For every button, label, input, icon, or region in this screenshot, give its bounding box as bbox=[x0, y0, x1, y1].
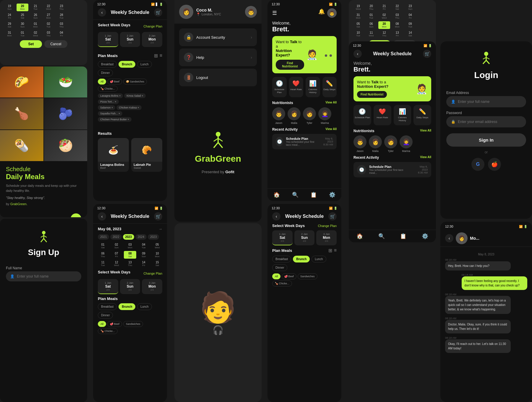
cal-cell[interactable]: 09Sun bbox=[137, 251, 150, 259]
nav-settings-3[interactable]: ⚙️ bbox=[422, 233, 428, 239]
cal-cell[interactable]: 30Sun bbox=[17, 21, 28, 29]
filter-sandwiches[interactable]: 🥪 Sandwiches bbox=[123, 79, 147, 85]
tag-lasagna[interactable]: Lasagna Bolins × bbox=[98, 93, 123, 98]
view-all-nutritionists[interactable]: View All bbox=[325, 101, 337, 105]
cal-cell[interactable]: 12Wed bbox=[110, 260, 123, 268]
cal-cell[interactable]: 11Tue bbox=[97, 260, 109, 268]
forward-icon[interactable]: → bbox=[158, 227, 162, 231]
day-sun-2[interactable]: 2 Jan Sun 2/3 bbox=[120, 279, 140, 294]
nutritionist-marina[interactable]: 👩‍🦱 Marina bbox=[318, 107, 331, 124]
cal-cell[interactable]: 14Sat bbox=[404, 30, 416, 38]
schedule-plan-btn-3[interactable]: 🕐 Schedule Plan bbox=[353, 105, 371, 125]
cal-cell[interactable]: 20Thu bbox=[365, 4, 377, 11]
filter-chicken[interactable]: 🍗 Chicke... bbox=[98, 86, 118, 92]
change-plan-home2[interactable]: Change Plan bbox=[318, 224, 337, 228]
cal-cell[interactable]: 08Mon bbox=[391, 21, 403, 29]
password-input-wrapper[interactable]: 🔒 bbox=[446, 116, 526, 127]
nutritionist-malia-3[interactable]: 👩 Malia bbox=[369, 135, 382, 153]
cal-cell[interactable]: 15Sat bbox=[151, 260, 163, 268]
cal-cell[interactable]: 22Wed bbox=[43, 4, 54, 11]
nutritionist-tyler-3[interactable]: 🧑 Tyler bbox=[384, 135, 397, 153]
cal-cell[interactable]: 31Mon bbox=[4, 30, 15, 38]
list-icon[interactable]: ≡ bbox=[160, 53, 162, 59]
cal-cell[interactable]: 07Fri bbox=[110, 251, 123, 259]
cart-button-home2[interactable]: 🛒 bbox=[328, 212, 337, 221]
cal-cell[interactable]: 02Tue bbox=[43, 21, 54, 29]
email-input-wrapper[interactable]: 👤 bbox=[446, 96, 526, 107]
filter-chicke-home2[interactable]: 🍗 Chicke... bbox=[272, 281, 292, 286]
next-arrow-button[interactable]: › bbox=[71, 213, 81, 217]
chip-breakfast-2[interactable]: Breakfast bbox=[98, 303, 117, 310]
filter-beef-2[interactable]: 🥩 Beef bbox=[107, 321, 122, 327]
cal-cell[interactable]: 31Mon bbox=[352, 12, 364, 20]
back-button-2[interactable]: ‹ bbox=[98, 212, 106, 221]
cal-cell[interactable]: 05Sat bbox=[352, 21, 364, 29]
day-mon-2[interactable]: 3 Jan Mon 2/3 bbox=[142, 279, 162, 294]
nav-home[interactable]: 🏠 bbox=[273, 192, 280, 198]
chip-dinner-2[interactable]: Dinner bbox=[98, 312, 113, 319]
full-name-input[interactable]: 👤 bbox=[6, 271, 81, 281]
cal-cell[interactable]: 01Sat bbox=[97, 242, 109, 250]
day-sat-2[interactable]: 1 Jan Sat 2/3 bbox=[98, 279, 118, 294]
cal-cell-active[interactable]: 20Mon bbox=[17, 4, 28, 11]
nutritionist-malia[interactable]: 👩 Malia bbox=[288, 107, 301, 124]
bell-icon[interactable]: 🔔 bbox=[318, 8, 325, 18]
google-login-button[interactable]: G bbox=[471, 158, 484, 171]
filter-all[interactable]: All bbox=[98, 79, 106, 85]
filter-sandwiches-home2[interactable]: Sandwiches bbox=[298, 273, 317, 279]
filter-sandwiches-2[interactable]: Sandwiches bbox=[123, 321, 143, 327]
year-2021[interactable]: 2021 bbox=[98, 234, 109, 240]
year-2023[interactable]: 2023 bbox=[123, 234, 134, 240]
year-2024[interactable]: 2024 bbox=[135, 234, 147, 240]
view-all-3[interactable]: View All bbox=[420, 129, 431, 133]
day-sun-home2[interactable]: 2 Jan Sun 2/3 bbox=[294, 230, 315, 245]
logout-item[interactable]: 🚪 Logout bbox=[179, 69, 257, 86]
change-plan-link-2[interactable]: Change Plan bbox=[143, 272, 162, 275]
nav-search-3[interactable]: 🔍 bbox=[378, 233, 385, 239]
nav-settings[interactable]: ⚙️ bbox=[329, 192, 335, 198]
back-button-3[interactable]: ‹ bbox=[353, 50, 362, 58]
cal-cell[interactable]: 26Sun bbox=[30, 12, 41, 20]
tag-kinoa[interactable]: Kinoa Salad × bbox=[124, 93, 145, 98]
nav-cal-3[interactable]: 📋 bbox=[400, 233, 406, 239]
calories-btn[interactable]: 📊 Calories History bbox=[306, 77, 320, 97]
cal-cell[interactable]: 23Thu bbox=[56, 4, 67, 11]
nav-home-3[interactable]: 🏠 bbox=[356, 233, 363, 239]
cal-cell[interactable]: 21Tue bbox=[30, 4, 41, 11]
nutritionist-tyler[interactable]: 🧑 Tyler bbox=[303, 107, 316, 124]
cart-button-2[interactable]: 🛒 bbox=[154, 212, 162, 221]
cal-cell[interactable]: 01Mon bbox=[30, 21, 41, 29]
chip-breakfast[interactable]: Breakfast bbox=[98, 61, 117, 68]
filter-beef[interactable]: 🥩 Beef bbox=[107, 79, 122, 85]
account-security-item[interactable]: 🔒 Account Security › bbox=[179, 28, 257, 46]
chat-back-button[interactable]: ‹ bbox=[445, 234, 453, 242]
daily-steps-btn[interactable]: ✏️ Daily Steps bbox=[322, 77, 337, 97]
cal-cell[interactable]: 21Fri bbox=[378, 4, 390, 11]
chip-dinner-home2[interactable]: Dinner bbox=[272, 264, 287, 271]
cal-cell[interactable]: 11Wed bbox=[365, 30, 377, 38]
tag-salamon[interactable]: Salamon × bbox=[98, 105, 115, 110]
cal-cell[interactable]: 04Tue bbox=[137, 242, 150, 250]
chip-lunch[interactable]: Lunch bbox=[137, 61, 152, 68]
cal-cell[interactable]: 22Sat bbox=[391, 4, 403, 11]
sign-in-button[interactable]: Sign In bbox=[446, 133, 526, 147]
menu-icon[interactable]: ☰ bbox=[272, 10, 277, 16]
schedule-plan-btn[interactable]: 🕐 Schedule Plan bbox=[272, 77, 287, 97]
day-sat-home2[interactable]: 1 Jan Sat 2/3 bbox=[272, 230, 293, 245]
filter-all-2[interactable]: All bbox=[98, 321, 106, 327]
user-avatar-home[interactable]: 👨 bbox=[327, 8, 337, 18]
cal-cell[interactable]: 27Mon bbox=[43, 12, 54, 20]
cal-cell[interactable]: 01Tue bbox=[365, 12, 377, 20]
view-all-activity-3[interactable]: View All bbox=[420, 155, 431, 160]
cal-cell[interactable]: 04Fri bbox=[56, 30, 67, 38]
cal-cell[interactable]: 10Tue bbox=[352, 30, 364, 38]
cal-cell-active[interactable]: 08Sat bbox=[124, 251, 136, 259]
filter-beef-home2[interactable]: 🥩 Beef bbox=[282, 273, 296, 279]
set-button[interactable]: Set bbox=[20, 40, 42, 48]
cal-cell[interactable]: 03Thu bbox=[391, 12, 403, 20]
cal-cell[interactable]: 19Wed bbox=[352, 4, 364, 11]
cal-cell[interactable]: 19Sun bbox=[4, 4, 15, 11]
chip-breakfast-home2[interactable]: Breakfast bbox=[272, 256, 291, 262]
chip-brunch[interactable]: Brunch bbox=[119, 61, 135, 68]
day-sat[interactable]: 1 Jan Sat 2/3 bbox=[98, 32, 118, 47]
